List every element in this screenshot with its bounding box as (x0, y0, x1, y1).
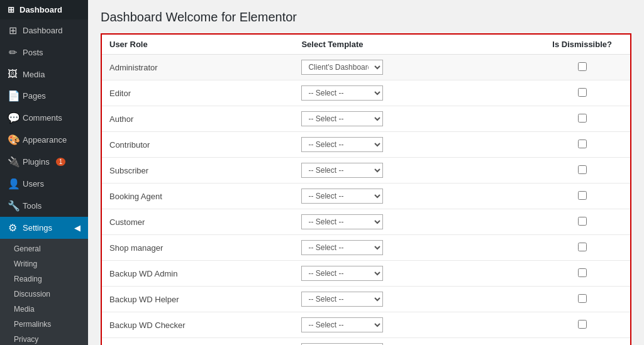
sidebar-nav-item-settings[interactable]: ⚙ Settings ◀ (0, 217, 88, 239)
dismiss-checkbox-backup-wd-admin[interactable] (578, 268, 587, 277)
submenu-item-writing[interactable]: Writing (0, 256, 88, 271)
dismiss-cell-author (534, 106, 630, 132)
dismiss-checkbox-administrator[interactable] (578, 62, 587, 71)
role-cell-booking-agent: Booking Agent (102, 183, 294, 209)
sidebar-nav-item-users[interactable]: 👤 Users (0, 173, 88, 195)
table-row: AdministratorClient's Dashboard-- Select… (102, 55, 630, 80)
submenu-item-discussion[interactable]: Discussion (0, 287, 88, 302)
template-select-customer[interactable]: -- Select -- (301, 214, 383, 229)
dismiss-checkbox-booking-agent[interactable] (578, 191, 587, 200)
sidebar-nav-item-pages[interactable]: 📄 Pages (0, 85, 88, 107)
plugins-badge: 1 (56, 158, 66, 166)
template-cell-administrator: Client's Dashboard-- Select -- (294, 55, 534, 80)
table-row: Backup WD Checker-- Select -- (102, 312, 630, 338)
template-select-editor[interactable]: -- Select -- (301, 85, 383, 101)
dismiss-cell-backup-wd-helper (534, 287, 630, 312)
users-icon: 👤 (8, 178, 18, 190)
table-row: Give Manager-- Select -- (102, 338, 630, 346)
table-row: Subscriber-- Select -- (102, 158, 630, 183)
dismiss-checkbox-customer[interactable] (578, 217, 587, 226)
role-cell-backup-wd-admin: Backup WD Admin (102, 261, 294, 287)
table-row: Backup WD Admin-- Select -- (102, 261, 630, 287)
submenu-item-permalinks[interactable]: Permalinks (0, 317, 88, 332)
dismiss-checkbox-shop-manager[interactable] (578, 243, 587, 251)
sidebar-nav-item-plugins[interactable]: 🔌 Plugins 1 (0, 151, 88, 173)
template-select-backup-wd-admin[interactable]: -- Select -- (301, 266, 383, 281)
media-icon: 🖼 (8, 68, 18, 80)
appearance-icon: 🎨 (8, 134, 18, 146)
table-row: Author-- Select -- (102, 106, 630, 132)
sidebar-nav-item-posts[interactable]: ✏ Posts (0, 41, 88, 63)
settings-arrow-icon: ◀ (74, 223, 80, 233)
submenu-item-general[interactable]: General (0, 241, 88, 256)
sidebar-nav-item-media[interactable]: 🖼 Media (0, 63, 88, 85)
dashboard-icon: ⊞ (8, 5, 14, 14)
dismiss-cell-customer (534, 209, 630, 235)
template-select-author[interactable]: -- Select -- (301, 111, 383, 126)
table-row: Customer-- Select -- (102, 209, 630, 235)
template-cell-shop-manager: -- Select -- (294, 235, 534, 261)
col-is-dismissible: Is Dismissible? (534, 35, 630, 55)
template-select-subscriber[interactable]: -- Select -- (301, 163, 383, 178)
template-cell-give-manager: -- Select -- (294, 338, 534, 346)
roles-table: User Role Select Template Is Dismissible… (102, 35, 630, 345)
template-select-booking-agent[interactable]: -- Select -- (301, 189, 383, 204)
role-cell-administrator: Administrator (102, 55, 294, 80)
template-select-administrator[interactable]: Client's Dashboard-- Select -- (301, 60, 383, 75)
template-cell-editor: -- Select -- (294, 80, 534, 106)
plugins-icon: 🔌 (8, 156, 18, 168)
template-select-contributor[interactable]: -- Select -- (301, 137, 383, 152)
table-row: Contributor-- Select -- (102, 132, 630, 158)
dismiss-checkbox-editor[interactable] (578, 88, 587, 97)
template-cell-backup-wd-helper: -- Select -- (294, 287, 534, 312)
dismiss-checkbox-author[interactable] (578, 114, 587, 123)
dismiss-cell-shop-manager (534, 235, 630, 261)
page-title: Dashboard Welcome for Elementor (101, 10, 631, 25)
submenu-item-privacy[interactable]: Privacy (0, 332, 88, 345)
dismiss-cell-backup-wd-admin (534, 261, 630, 287)
dismiss-checkbox-subscriber[interactable] (578, 165, 587, 174)
role-cell-give-manager: Give Manager (102, 338, 294, 346)
template-select-backup-wd-checker[interactable]: -- Select -- (301, 317, 383, 332)
submenu-item-media-sub[interactable]: Media (0, 302, 88, 317)
template-cell-subscriber: -- Select -- (294, 158, 534, 183)
dismiss-checkbox-contributor[interactable] (578, 140, 587, 148)
pages-icon: 📄 (8, 90, 18, 102)
main-content: Dashboard Welcome for Elementor User Rol… (88, 0, 644, 345)
posts-icon: ✏ (8, 47, 18, 58)
col-user-role: User Role (102, 35, 294, 55)
sidebar-nav-item-dashboard[interactable]: ⊞ Dashboard (0, 19, 88, 41)
template-select-shop-manager[interactable]: -- Select -- (301, 240, 383, 255)
template-cell-backup-wd-checker: -- Select -- (294, 312, 534, 338)
table-row: Backup WD Helper-- Select -- (102, 287, 630, 312)
sidebar-logo[interactable]: ⊞ Dashboard (0, 0, 88, 19)
submenu-item-reading[interactable]: Reading (0, 271, 88, 287)
dismiss-cell-editor (534, 80, 630, 106)
dashboard-nav-icon: ⊞ (8, 25, 18, 36)
template-cell-contributor: -- Select -- (294, 132, 534, 158)
settings-icon: ⚙ (8, 222, 18, 234)
table-header: User Role Select Template Is Dismissible… (102, 35, 630, 55)
role-cell-shop-manager: Shop manager (102, 235, 294, 261)
settings-submenu: General Writing Reading Discussion Media… (0, 239, 88, 345)
tools-icon: 🔧 (8, 200, 18, 212)
sidebar-nav-item-comments[interactable]: 💬 Comments (0, 107, 88, 129)
template-cell-customer: -- Select -- (294, 209, 534, 235)
sidebar: ⊞ Dashboard ⊞ Dashboard ✏ Posts 🖼 Media … (0, 0, 88, 345)
dismiss-checkbox-backup-wd-helper[interactable] (578, 294, 587, 303)
comments-icon: 💬 (8, 112, 18, 124)
template-cell-author: -- Select -- (294, 106, 534, 132)
role-cell-backup-wd-checker: Backup WD Checker (102, 312, 294, 338)
dismiss-cell-give-manager (534, 338, 630, 346)
dismiss-cell-administrator (534, 55, 630, 80)
dismiss-cell-booking-agent (534, 183, 630, 209)
col-select-template: Select Template (294, 35, 534, 55)
role-cell-author: Author (102, 106, 294, 132)
roles-table-container: User Role Select Template Is Dismissible… (101, 33, 631, 345)
dismiss-checkbox-backup-wd-checker[interactable] (578, 320, 587, 329)
template-select-backup-wd-helper[interactable]: -- Select -- (301, 292, 383, 307)
sidebar-nav-item-tools[interactable]: 🔧 Tools (0, 195, 88, 217)
sidebar-nav-item-appearance[interactable]: 🎨 Appearance (0, 129, 88, 151)
role-cell-backup-wd-helper: Backup WD Helper (102, 287, 294, 312)
template-cell-backup-wd-admin: -- Select -- (294, 261, 534, 287)
